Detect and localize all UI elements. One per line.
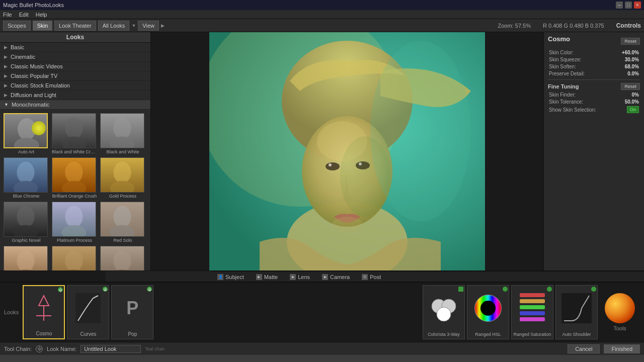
dropdown-arrow[interactable]: ▼ bbox=[131, 23, 136, 28]
thumb-orange-crush[interactable]: Brilliant Orange Crush bbox=[52, 157, 97, 199]
thumb-bw-img[interactable] bbox=[100, 113, 144, 148]
category-monochromatic[interactable]: ▼ Monochromatic bbox=[0, 100, 150, 110]
look-name-input[interactable] bbox=[80, 345, 141, 353]
svg-point-14 bbox=[65, 206, 83, 228]
thumb-orange-crush-label: Brilliant Orange Crush bbox=[52, 194, 97, 199]
process-matte[interactable]: ▶ Matte bbox=[256, 274, 278, 280]
category-diffusion[interactable]: ▶ Diffusion and Light bbox=[0, 90, 150, 100]
thumb-sepia[interactable]: Sepia bbox=[52, 246, 97, 270]
thumb-warm-iso-img[interactable] bbox=[100, 246, 144, 270]
thumb-gold-process-label: Gold Process bbox=[100, 194, 145, 199]
tool-ranged-hsl-power[interactable] bbox=[503, 287, 508, 292]
fine-tuning-label: Fine Tuning bbox=[548, 83, 579, 89]
finished-button[interactable]: Finished bbox=[604, 344, 640, 353]
thumb-graphic-novel-label: Graphic Novel bbox=[4, 238, 49, 243]
preserve-detail-value: 0.0% bbox=[627, 71, 639, 76]
thumb-gold-process-img[interactable] bbox=[100, 157, 144, 193]
all-looks-button[interactable]: All Looks bbox=[98, 21, 130, 31]
look-theater-button[interactable]: Look Theater bbox=[54, 21, 96, 31]
thumb-platinum-img[interactable] bbox=[52, 202, 96, 237]
close-button[interactable]: ✕ bbox=[634, 2, 641, 9]
show-skin-toggle[interactable]: On bbox=[627, 106, 639, 113]
cursor-indicator bbox=[32, 121, 46, 135]
category-cinematic[interactable]: ▶ Cinematic bbox=[0, 52, 150, 62]
thumb-bw-crunch[interactable]: Black and White Crunch bbox=[52, 113, 97, 154]
tool-pop[interactable]: ⏻ P Pop bbox=[111, 285, 153, 339]
category-basic[interactable]: ▶ Basic bbox=[0, 43, 150, 52]
svg-point-10 bbox=[113, 162, 131, 184]
svg-marker-37 bbox=[39, 296, 49, 306]
thumb-sepia-grain[interactable]: Sepia Big Grain bbox=[4, 246, 49, 270]
preserve-detail-row: Preserve Detail: 0.0% bbox=[548, 71, 640, 76]
tool-ranged-hsl[interactable]: Ranged HSL bbox=[467, 285, 509, 339]
scopes-button[interactable]: Scopes bbox=[3, 21, 31, 31]
thumb-platinum-label: Platinum Process bbox=[52, 238, 97, 243]
thumb-bw-crunch-label: Black and White Crunch bbox=[52, 149, 97, 154]
svg-point-13 bbox=[14, 225, 38, 237]
reset-button-1[interactable]: Reset bbox=[621, 38, 640, 45]
thumb-graphic-novel[interactable]: Graphic Novel bbox=[4, 202, 49, 243]
process-bar: 👤 Subject ▶ Matte ▶ Lens ▶ Camera ☰ Post bbox=[211, 271, 644, 282]
chain-indicator[interactable]: ⏻ bbox=[36, 345, 43, 352]
thumb-blue-chrome-img[interactable] bbox=[4, 157, 48, 193]
svg-rect-49 bbox=[520, 305, 545, 309]
tools-label: Tools bbox=[613, 325, 626, 331]
controls-panel-title: Cosmo bbox=[548, 35, 570, 43]
tool-auto-shoulder[interactable]: Auto Shoulder bbox=[555, 285, 598, 339]
process-subject[interactable]: 👤 Subject bbox=[217, 274, 244, 280]
thumb-red-solo-img[interactable] bbox=[100, 202, 144, 237]
tool-auto-shoulder-preview bbox=[556, 286, 597, 331]
thumb-sepia-grain-img[interactable] bbox=[4, 246, 48, 270]
view-arrow[interactable]: ▶ bbox=[161, 23, 165, 28]
process-camera[interactable]: ▶ Camera bbox=[322, 274, 350, 280]
thumb-blue-chrome[interactable]: Blue Chrome bbox=[4, 157, 49, 199]
process-lens[interactable]: ▶ Lens bbox=[290, 274, 310, 280]
category-classic-stock[interactable]: ▶ Classic Stock Emulation bbox=[0, 81, 150, 90]
thumb-red-solo[interactable]: Red Solo bbox=[100, 202, 145, 243]
svg-point-32 bbox=[329, 163, 332, 166]
skin-squeeze-row: Skin Squeeze: 30.0% bbox=[548, 57, 640, 62]
category-classic-tv[interactable]: ▶ Classic Popular TV bbox=[0, 71, 150, 81]
skin-tolerance-label: Skin Tolerance: bbox=[549, 99, 583, 105]
svg-point-9 bbox=[62, 181, 87, 193]
thumb-blue-chrome-label: Blue Chrome bbox=[4, 194, 49, 199]
minimize-button[interactable]: ─ bbox=[616, 2, 623, 9]
tool-curves[interactable]: ⏻ Curves bbox=[67, 285, 109, 339]
reset-button-2[interactable]: Reset bbox=[621, 83, 640, 90]
tool-ranged-sat-power[interactable] bbox=[547, 287, 552, 292]
menu-help[interactable]: Help bbox=[36, 12, 47, 18]
tool-cosmo[interactable]: ⏻ Cosmo bbox=[23, 285, 65, 339]
cancel-button[interactable]: Cancel bbox=[568, 344, 600, 353]
thumb-gold-process[interactable]: Gold Process bbox=[100, 157, 145, 199]
svg-rect-50 bbox=[520, 311, 545, 315]
thumb-bw[interactable]: Black and White bbox=[100, 113, 145, 154]
thumb-platinum[interactable]: Platinum Process bbox=[52, 202, 97, 243]
thumb-orange-crush-img[interactable] bbox=[52, 157, 96, 193]
svg-point-34 bbox=[332, 217, 362, 232]
category-classic-music[interactable]: ▶ Classic Music Videos bbox=[0, 62, 150, 71]
skin-button[interactable]: Skin bbox=[33, 21, 52, 31]
menu-file[interactable]: File bbox=[3, 12, 12, 18]
teal-chan-label: Teal chan bbox=[145, 346, 165, 351]
thumb-auto-art[interactable]: Auto Art bbox=[4, 113, 49, 154]
menu-edit[interactable]: Edit bbox=[19, 12, 29, 18]
process-matte-label: Matte bbox=[264, 274, 278, 280]
tool-colorista[interactable]: Colorista 3-Way bbox=[423, 285, 465, 339]
maximize-button[interactable]: □ bbox=[625, 2, 632, 9]
thumb-sepia-img[interactable] bbox=[52, 246, 96, 270]
thumb-graphic-novel-img[interactable] bbox=[4, 202, 48, 237]
tool-ranged-sat[interactable]: Ranged Saturation bbox=[511, 285, 553, 339]
tool-auto-shoulder-power[interactable] bbox=[591, 287, 596, 292]
process-subject-label: Subject bbox=[225, 274, 244, 280]
thumb-bw-crunch-img[interactable] bbox=[52, 113, 96, 148]
thumb-auto-art-img[interactable] bbox=[4, 113, 48, 148]
process-post[interactable]: ☰ Post bbox=[362, 274, 381, 280]
zoom-info: Zoom: 57.5% bbox=[498, 23, 531, 29]
thumb-warm-iso[interactable]: Warm Isolation bbox=[100, 246, 145, 270]
tool-ranged-hsl-preview bbox=[467, 286, 509, 331]
view-button[interactable]: View bbox=[138, 21, 159, 31]
tool-auto-shoulder-name: Auto Shoulder bbox=[562, 331, 591, 339]
tool-colorista-power[interactable] bbox=[458, 287, 463, 292]
svg-point-7 bbox=[14, 181, 38, 193]
main-image bbox=[209, 32, 485, 270]
